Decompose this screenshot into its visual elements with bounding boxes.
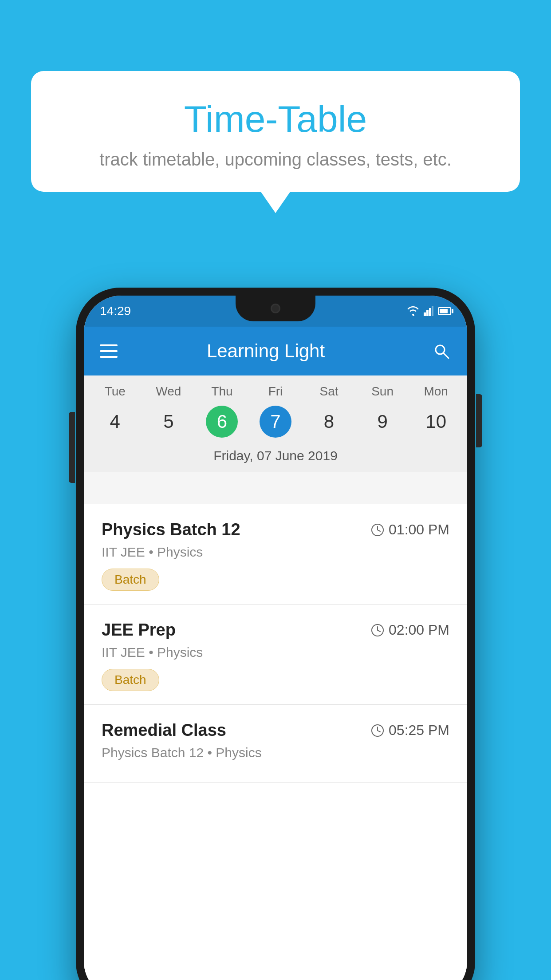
phone-screen: 14:29 <box>84 296 467 980</box>
day-number: 10 <box>420 406 452 438</box>
day-col-sat[interactable]: Sat8 <box>307 384 351 438</box>
days-row: Tue4Wed5Thu6Fri7Sat8Sun9Mon10 <box>84 375 467 442</box>
day-label: Wed <box>156 384 181 399</box>
day-number: 5 <box>153 406 185 438</box>
day-label: Fri <box>268 384 283 399</box>
day-label: Sat <box>320 384 338 399</box>
battery-icon <box>438 307 451 315</box>
clock-icon <box>371 724 384 737</box>
callout-card: Time-Table track timetable, upcoming cla… <box>31 71 520 192</box>
app-bar: Learning Light <box>84 327 467 375</box>
front-camera <box>271 304 280 313</box>
schedule-item-title: Physics Batch 12 <box>102 520 240 539</box>
schedule-item-0[interactable]: Physics Batch 12 01:00 PM IIT JEE • Phys… <box>84 504 467 605</box>
day-number: 7 <box>260 406 291 438</box>
app-title: Learning Light <box>118 340 432 362</box>
batch-badge: Batch <box>102 669 159 691</box>
day-col-mon[interactable]: Mon10 <box>414 384 458 438</box>
wifi-icon <box>407 306 419 316</box>
schedule-item-subtitle: IIT JEE • Physics <box>102 645 449 660</box>
day-col-fri[interactable]: Fri7 <box>253 384 298 438</box>
callout-title: Time-Table <box>58 98 493 141</box>
schedule-item-header: Physics Batch 12 01:00 PM <box>102 520 449 539</box>
schedule-item-header: Remedial Class 05:25 PM <box>102 721 449 740</box>
day-label: Thu <box>211 384 232 399</box>
batch-badge: Batch <box>102 569 159 591</box>
clock-icon <box>371 523 384 537</box>
selected-date-label: Friday, 07 June 2019 <box>84 442 467 472</box>
search-button[interactable] <box>432 341 451 361</box>
hamburger-menu-icon[interactable] <box>100 344 118 358</box>
schedule-item-subtitle: IIT JEE • Physics <box>102 545 449 560</box>
svg-rect-3 <box>429 308 431 316</box>
svg-rect-1 <box>424 312 426 316</box>
schedule-item-2[interactable]: Remedial Class 05:25 PM Physics Batch 12… <box>84 705 467 783</box>
day-number: 9 <box>366 406 398 438</box>
schedule-time: 05:25 PM <box>371 722 449 739</box>
schedule-item-title: JEE Prep <box>102 620 176 640</box>
schedule-item-subtitle: Physics Batch 12 • Physics <box>102 745 449 760</box>
status-time: 14:29 <box>100 304 131 318</box>
day-label: Mon <box>424 384 448 399</box>
calendar-section: Tue4Wed5Thu6Fri7Sat8Sun9Mon10 Friday, 07… <box>84 375 467 472</box>
day-label: Sun <box>371 384 394 399</box>
svg-rect-2 <box>426 310 429 316</box>
day-col-wed[interactable]: Wed5 <box>146 384 191 438</box>
day-label: Tue <box>105 384 126 399</box>
callout-subtitle: track timetable, upcoming classes, tests… <box>58 150 493 170</box>
svg-line-6 <box>443 353 449 358</box>
schedule-item-header: JEE Prep 02:00 PM <box>102 620 449 640</box>
schedule-item-1[interactable]: JEE Prep 02:00 PM IIT JEE • Physics Batc… <box>84 605 467 705</box>
day-number: 6 <box>206 406 238 438</box>
background: Time-Table track timetable, upcoming cla… <box>0 0 551 980</box>
day-col-sun[interactable]: Sun9 <box>360 384 405 438</box>
search-icon <box>433 342 450 360</box>
phone-notch <box>236 296 315 321</box>
schedule-list: Physics Batch 12 01:00 PM IIT JEE • Phys… <box>84 504 467 980</box>
schedule-item-title: Remedial Class <box>102 721 226 740</box>
clock-icon <box>371 624 384 637</box>
svg-rect-4 <box>432 306 433 316</box>
day-number: 4 <box>99 406 131 438</box>
phone-mockup: 14:29 <box>76 288 475 980</box>
day-number: 8 <box>313 406 345 438</box>
day-col-tue[interactable]: Tue4 <box>93 384 137 438</box>
status-icons <box>407 306 451 316</box>
svg-point-0 <box>412 314 414 316</box>
schedule-time: 02:00 PM <box>371 622 449 638</box>
signal-icon <box>424 306 433 316</box>
day-col-thu[interactable]: Thu6 <box>200 384 244 438</box>
schedule-time: 01:00 PM <box>371 522 449 538</box>
